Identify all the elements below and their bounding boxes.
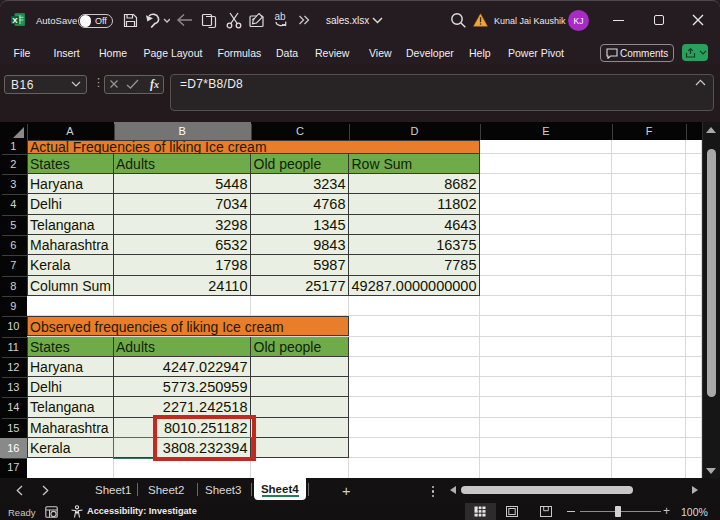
svg-text:X: X xyxy=(12,16,18,25)
svg-text:ab: ab xyxy=(275,11,287,22)
